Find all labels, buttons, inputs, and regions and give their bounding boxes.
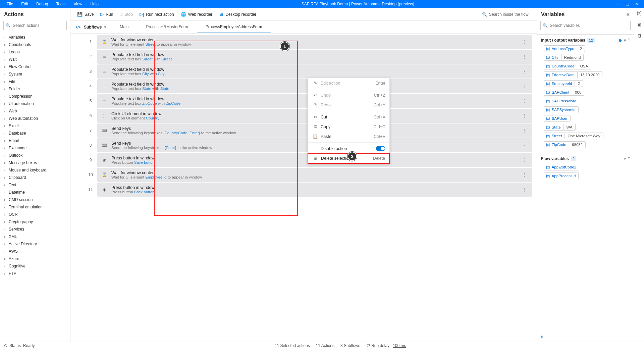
variable-chip[interactable]: {x}SAPUser xyxy=(544,115,632,122)
variable-chip[interactable]: {x}CityRedmond xyxy=(544,54,632,61)
run-delay-value[interactable]: 100 ms xyxy=(393,343,406,348)
action-category[interactable]: ›FTP xyxy=(1,270,69,277)
action-category[interactable]: ›Cognitive xyxy=(1,262,69,270)
action-category[interactable]: ›Clipboard xyxy=(1,174,69,181)
action-category[interactable]: ›Compression xyxy=(1,93,69,100)
action-category[interactable]: ›Wait xyxy=(1,56,69,63)
menu-help[interactable]: Help xyxy=(86,0,103,8)
desktop-recorder-button[interactable]: 🖥Desktop recorder xyxy=(216,10,259,18)
step-more-button[interactable]: ⋮ xyxy=(520,128,529,133)
step-more-button[interactable]: ⋮ xyxy=(520,54,529,59)
flow-step[interactable]: 3▭Populate text field in windowPopulate … xyxy=(84,64,532,79)
save-button[interactable]: 💾Save xyxy=(74,10,96,18)
filter-icon[interactable]: ▿ xyxy=(624,38,626,43)
action-category[interactable]: ›Excel xyxy=(1,122,69,130)
step-more-button[interactable]: ⋮ xyxy=(520,113,529,118)
close-window-button[interactable]: ✕ xyxy=(632,2,641,6)
disable-toggle[interactable] xyxy=(376,146,385,151)
step-more-button[interactable]: ⋮ xyxy=(520,157,529,163)
collapse-icon[interactable]: ˄ xyxy=(628,38,630,43)
action-category[interactable]: ›Terminal emulation xyxy=(1,203,69,211)
collapse-icon[interactable]: ˄ xyxy=(628,156,630,161)
ctx-redo[interactable]: ↷RedoCtrl+Y xyxy=(308,100,389,110)
action-category[interactable]: ›Outlook xyxy=(1,152,69,159)
maximize-button[interactable]: ▢ xyxy=(623,2,632,6)
variable-chip[interactable]: {x}SAPSystemId xyxy=(544,106,632,113)
menu-debug[interactable]: Debug xyxy=(32,0,52,8)
variable-chip[interactable]: {x}SAPPassword xyxy=(544,98,632,104)
action-category[interactable]: ›Variables xyxy=(1,34,69,41)
flow-step[interactable]: 2▭Populate text field in windowPopulate … xyxy=(84,50,532,64)
action-category[interactable]: ›Database xyxy=(1,130,69,137)
run-next-button[interactable]: ▷|Run next action xyxy=(137,10,177,18)
action-category[interactable]: ›Cryptography xyxy=(1,218,69,226)
menu-edit[interactable]: Edit xyxy=(17,0,32,8)
flow-step[interactable]: 1⌛Wait for window contentWait for UI ele… xyxy=(84,35,532,49)
flow-canvas[interactable]: 1⌛Wait for window contentWait for UI ele… xyxy=(70,34,537,342)
flow-variables-header[interactable]: Flow variables 2 ▿ ˄ xyxy=(537,154,634,163)
run-button[interactable]: ▷Run xyxy=(98,10,116,18)
action-category[interactable]: ›Datetime xyxy=(1,189,69,196)
minimize-button[interactable]: — xyxy=(613,2,623,6)
io-variables-header[interactable]: Input / output variables 12 ⊕ ▿ ˄ xyxy=(537,36,634,45)
menu-file[interactable]: File xyxy=(3,0,17,8)
action-category[interactable]: ›XML xyxy=(1,233,69,240)
add-variable-button[interactable]: ⊕ xyxy=(619,38,622,43)
flow-step[interactable]: 10⌛Wait for window contentWait for UI el… xyxy=(84,168,532,182)
ctx-edit-action[interactable]: ✎Edit actionEnter xyxy=(308,78,389,88)
variable-chip[interactable]: {x}StreetOne Microsoft Way xyxy=(544,133,632,139)
action-category[interactable]: ›Azure xyxy=(1,255,69,262)
variable-chip[interactable]: {x}AddressType2 xyxy=(544,45,632,52)
variable-chip[interactable]: {x}AppExitCode2 xyxy=(544,164,632,170)
variables-expand-icon[interactable]: {x} xyxy=(637,11,641,15)
action-category[interactable]: ›Text xyxy=(1,181,69,189)
action-category[interactable]: ›Services xyxy=(1,226,69,233)
action-category[interactable]: ›Loops xyxy=(1,48,69,56)
tab-processemployeeaddressform[interactable]: ProcessEmployeeAddressForm xyxy=(197,21,271,33)
step-more-button[interactable]: ⋮ xyxy=(520,172,529,178)
selection-toggle-icon[interactable]: ◈ xyxy=(540,334,543,339)
action-category[interactable]: ›Active Directory xyxy=(1,240,69,248)
action-category[interactable]: ›UI automation xyxy=(1,100,69,107)
action-category[interactable]: ›Web automation xyxy=(1,115,69,122)
action-category[interactable]: ›Message boxes xyxy=(1,159,69,166)
menu-tools[interactable]: Tools xyxy=(52,0,69,8)
ctx-disable-action[interactable]: Disable action xyxy=(308,144,389,153)
variable-chip[interactable]: {x}EmployeeId2 xyxy=(544,80,632,87)
flow-search[interactable]: 🔍 xyxy=(479,11,533,18)
step-more-button[interactable]: ⋮ xyxy=(520,69,529,74)
actions-search-input[interactable] xyxy=(13,23,64,28)
variable-chip[interactable]: {x}EffectiveDate13.10.2020 xyxy=(544,71,632,78)
variable-chip[interactable]: {x}ZipCode98052 xyxy=(544,141,632,148)
action-category[interactable]: ›Email xyxy=(1,137,69,144)
action-category[interactable]: ›Flow Control xyxy=(1,63,69,70)
variable-chip[interactable]: {x}SAPClient000 xyxy=(544,89,632,96)
action-category[interactable]: ›Mouse and keyboard xyxy=(1,166,69,174)
action-category[interactable]: ›AWS xyxy=(1,248,69,255)
action-category[interactable]: ›OCR xyxy=(1,211,69,218)
action-category[interactable]: ›Web xyxy=(1,107,69,115)
action-category[interactable]: ›Exchange xyxy=(1,144,69,152)
action-category[interactable]: ›CMD session xyxy=(1,196,69,203)
layers-icon[interactable]: ▣ xyxy=(637,22,641,27)
close-panel-button[interactable]: ✕ xyxy=(626,12,630,17)
step-more-button[interactable]: ⋮ xyxy=(520,39,529,45)
step-more-button[interactable]: ⋮ xyxy=(520,84,529,89)
ctx-undo[interactable]: ↶UndoCtrl+Z xyxy=(308,90,389,100)
action-category[interactable]: ›System xyxy=(1,70,69,78)
action-category[interactable]: ›Folder xyxy=(1,85,69,93)
ctx-cut[interactable]: ✂CutCtrl+X xyxy=(308,112,389,122)
step-more-button[interactable]: ⋮ xyxy=(520,187,529,192)
subflows-dropdown[interactable]: ∘∕∘Subflows▾ xyxy=(70,21,111,33)
images-icon[interactable]: 🖼 xyxy=(637,34,641,38)
actions-search[interactable]: 🔍 xyxy=(3,21,67,30)
ctx-copy[interactable]: ⧉CopyCtrl+C xyxy=(308,122,389,132)
variable-chip[interactable]: {x}CountryCodeUSA xyxy=(544,63,632,69)
stop-button[interactable]: □Stop xyxy=(117,10,136,18)
variables-search[interactable]: 🔍 xyxy=(540,21,631,30)
step-more-button[interactable]: ⋮ xyxy=(520,98,529,104)
tab-processhrmasterform[interactable]: ProcessHRMasterForm xyxy=(137,21,197,33)
variables-search-input[interactable] xyxy=(550,23,628,28)
action-category[interactable]: ›Conditionals xyxy=(1,41,69,48)
variable-chip[interactable]: {x}StateWA xyxy=(544,124,632,131)
